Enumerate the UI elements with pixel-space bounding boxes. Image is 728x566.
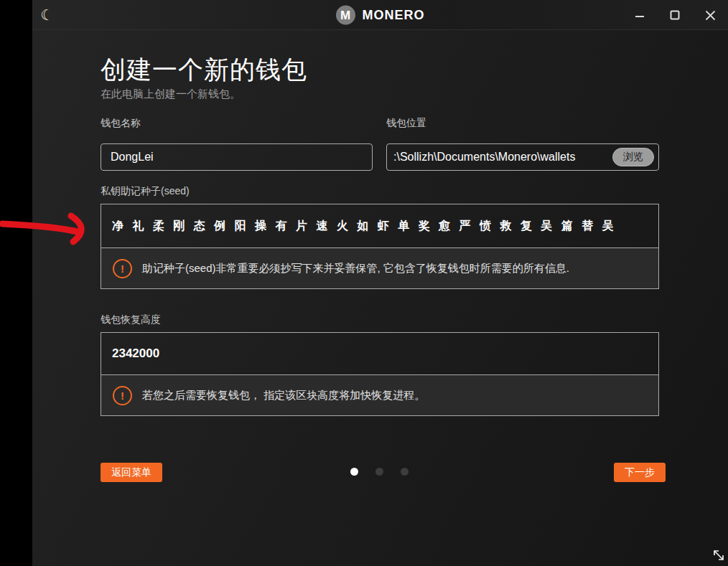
pagination-dot — [350, 468, 358, 476]
brand: M MONERO — [336, 5, 425, 24]
page-subtitle: 在此电脑上创建一个新钱包。 — [101, 88, 241, 101]
back-to-menu-button[interactable]: 返回菜单 — [101, 463, 162, 482]
restore-height-label: 钱包恢复高度 — [101, 313, 161, 326]
titlebar: ☾ M MONERO — [32, 0, 728, 30]
minimize-button[interactable] — [627, 0, 652, 30]
restore-height-value: 2342000 — [112, 346, 159, 361]
wizard-content: 创建一个新的钱包 在此电脑上创建一个新钱包。 钱包名称 钱包位置 浏览 私钥助记… — [32, 30, 728, 566]
restore-height-warning-text: 若您之后需要恢复钱包， 指定该区块高度将加快恢复进程。 — [142, 389, 425, 402]
restore-height-warning: ! 若您之后需要恢复钱包， 指定该区块高度将加快恢复进程。 — [101, 375, 659, 416]
maximize-button[interactable] — [663, 0, 687, 30]
warning-icon: ! — [113, 386, 132, 405]
seed-group: 净 礼 柔 刚 态 例 阳 操 有 片 速 火 如 虾 单 奖 愈 严 愤 救 … — [101, 204, 659, 289]
next-step-button[interactable]: 下一步 — [614, 463, 666, 482]
monero-logo-icon: M — [336, 5, 355, 24]
wallet-location-field: 浏览 — [386, 143, 659, 171]
wallet-name-input[interactable] — [101, 143, 373, 171]
screen: ☾ M MONERO 创建一个新的钱包 在此电脑上 — [0, 0, 728, 566]
pagination-dots — [350, 468, 409, 476]
page-title: 创建一个新的钱包 — [101, 53, 307, 87]
wallet-name-label: 钱包名称 — [101, 117, 141, 130]
theme-toggle-moon-icon[interactable]: ☾ — [40, 7, 54, 22]
browse-button[interactable]: 浏览 — [612, 148, 654, 166]
minimize-icon — [635, 10, 645, 20]
warning-icon: ! — [113, 259, 132, 278]
monero-logo-letter: M — [340, 9, 350, 21]
restore-height-box[interactable]: 2342000 — [101, 332, 659, 375]
app-title: MONERO — [363, 7, 425, 22]
close-icon — [705, 10, 716, 21]
wallet-location-label: 钱包位置 — [386, 117, 426, 130]
maximize-icon — [670, 10, 680, 20]
monero-app-window: ☾ M MONERO 创建一个新的钱包 在此电脑上 — [32, 0, 728, 566]
seed-warning-text: 助记种子(seed)非常重要必须抄写下来并妥善保管, 它包含了恢复钱包时所需要的… — [142, 262, 569, 275]
pagination-dot — [401, 468, 409, 476]
seed-warning: ! 助记种子(seed)非常重要必须抄写下来并妥善保管, 它包含了恢复钱包时所需… — [101, 248, 659, 289]
seed-label: 私钥助记种子(seed) — [101, 185, 190, 198]
seed-phrase-text: 净 礼 柔 刚 态 例 阳 操 有 片 速 火 如 虾 单 奖 愈 严 愤 救 … — [112, 219, 617, 234]
pagination-dot — [375, 468, 383, 476]
window-controls — [617, 0, 722, 30]
resize-cursor-icon[interactable] — [711, 547, 727, 563]
seed-phrase-box[interactable]: 净 礼 柔 刚 态 例 阳 操 有 片 速 火 如 虾 单 奖 愈 严 愤 救 … — [101, 204, 659, 248]
restore-height-group: 2342000 ! 若您之后需要恢复钱包， 指定该区块高度将加快恢复进程。 — [101, 332, 659, 416]
close-button[interactable] — [698, 0, 722, 30]
